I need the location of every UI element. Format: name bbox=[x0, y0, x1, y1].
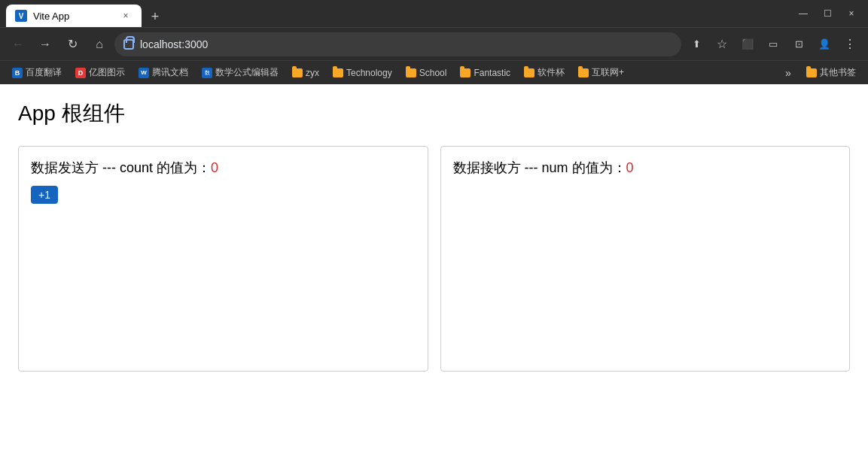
bookmark-baidu-label: 百度翻译 bbox=[26, 66, 62, 79]
bookmark-zyx[interactable]: zyx bbox=[286, 64, 325, 82]
other-bookmarks-label: 其他书签 bbox=[820, 66, 856, 79]
star-icon: ☆ bbox=[717, 37, 727, 51]
bookmark-internet-label: 互联网+ bbox=[592, 66, 624, 79]
bookmark-software-cup-label: 软件杯 bbox=[538, 66, 565, 79]
address-bar[interactable]: localhost:3000 bbox=[114, 32, 681, 56]
folder-fantastic-icon bbox=[460, 68, 471, 77]
bookmark-tencent-label: 腾讯文档 bbox=[152, 66, 188, 79]
bookmark-math-label: 数学公式编辑器 bbox=[215, 66, 279, 79]
folder-software-cup-icon bbox=[524, 68, 535, 77]
bookmark-baidu[interactable]: B 百度翻译 bbox=[6, 64, 68, 82]
bookmark-zyx-label: zyx bbox=[306, 68, 319, 78]
yitu-favicon: D bbox=[75, 68, 86, 78]
cast-icon: ▭ bbox=[769, 38, 778, 50]
bookmarks-overflow-button[interactable]: » bbox=[779, 64, 797, 82]
overflow-icon: » bbox=[785, 67, 791, 79]
tab-favicon: V bbox=[15, 10, 27, 22]
folder-internet-icon bbox=[578, 68, 589, 77]
bookmark-star-button[interactable]: ☆ bbox=[710, 32, 734, 56]
other-bookmarks-folder-icon bbox=[806, 68, 817, 77]
forward-icon: → bbox=[39, 38, 51, 51]
title-bar: V Vite App × + — ☐ × bbox=[0, 0, 868, 27]
back-icon: ← bbox=[12, 38, 24, 51]
increment-button[interactable]: +1 bbox=[31, 186, 58, 204]
bookmark-tencent[interactable]: W 腾讯文档 bbox=[132, 64, 194, 82]
bookmark-fantastic-label: Fantastic bbox=[474, 68, 510, 78]
tencent-favicon: W bbox=[139, 68, 149, 78]
receiver-panel: 数据接收方 --- num 的值为：0 bbox=[440, 146, 851, 372]
folder-technology-icon bbox=[333, 68, 343, 77]
browser-window: V Vite App × + — ☐ × ← → ↻ ⌂ localhos bbox=[0, 0, 868, 455]
bookmark-software-cup[interactable]: 软件杯 bbox=[518, 64, 571, 82]
receiver-panel-text: 数据接收方 --- num 的值为：0 bbox=[453, 159, 838, 177]
window-close-button[interactable]: × bbox=[841, 3, 862, 24]
back-button[interactable]: ← bbox=[6, 32, 30, 56]
lock-icon bbox=[123, 39, 134, 50]
bookmark-school[interactable]: School bbox=[400, 64, 453, 82]
tab-favicon-label: V bbox=[19, 12, 24, 20]
folder-school-icon bbox=[406, 68, 416, 77]
bookmark-technology-label: Technology bbox=[346, 68, 392, 78]
cast-button[interactable]: ▭ bbox=[761, 32, 785, 56]
tab-strip: V Vite App × + bbox=[6, 0, 787, 27]
share-button[interactable]: ⬆ bbox=[684, 32, 708, 56]
tab-close-button[interactable]: × bbox=[119, 9, 132, 23]
forward-button[interactable]: → bbox=[33, 32, 57, 56]
receiver-num-value: 0 bbox=[626, 160, 634, 175]
bookmark-yitu-label: 亿图图示 bbox=[89, 66, 125, 79]
baidu-favicon: B bbox=[12, 68, 23, 78]
bookmark-fantastic[interactable]: Fantastic bbox=[454, 64, 516, 82]
menu-icon: ⋮ bbox=[844, 37, 856, 51]
page-content: App 根组件 数据发送方 --- count 的值为：0 +1 数据接收方 -… bbox=[0, 84, 868, 455]
bookmark-math[interactable]: 数 数学公式编辑器 bbox=[196, 64, 285, 82]
bookmark-yitu[interactable]: D 亿图图示 bbox=[69, 64, 131, 82]
bookmarks-bar: B 百度翻译 D 亿图图示 W 腾讯文档 数 数学公式编辑器 zyx Techn… bbox=[0, 60, 868, 84]
math-favicon: 数 bbox=[202, 68, 212, 78]
split-icon: ⊡ bbox=[795, 38, 803, 50]
maximize-button[interactable]: ☐ bbox=[817, 3, 838, 24]
home-icon: ⌂ bbox=[96, 38, 103, 51]
panels-container: 数据发送方 --- count 的值为：0 +1 数据接收方 --- num 的… bbox=[18, 146, 850, 372]
tab-title: Vite App bbox=[33, 11, 113, 22]
sender-panel-text: 数据发送方 --- count 的值为：0 bbox=[31, 159, 416, 177]
menu-button[interactable]: ⋮ bbox=[838, 32, 862, 56]
extension-button[interactable]: ⬛ bbox=[736, 32, 760, 56]
sender-panel: 数据发送方 --- count 的值为：0 +1 bbox=[18, 146, 428, 372]
bookmark-school-label: School bbox=[419, 68, 447, 78]
share-icon: ⬆ bbox=[693, 38, 701, 50]
bookmark-internet[interactable]: 互联网+ bbox=[572, 64, 630, 82]
toolbar-right: ⬆ ☆ ⬛ ▭ ⊡ 👤 ⋮ bbox=[684, 32, 862, 56]
receiver-text-prefix: 数据接收方 --- num 的值为： bbox=[453, 160, 626, 175]
minimize-button[interactable]: — bbox=[793, 3, 814, 24]
title-bar-controls: — ☐ × bbox=[793, 3, 862, 24]
url-text: localhost:3000 bbox=[140, 38, 672, 50]
active-tab[interactable]: V Vite App × bbox=[6, 5, 142, 27]
profile-icon: 👤 bbox=[818, 38, 830, 50]
folder-zyx-icon bbox=[292, 68, 303, 77]
reload-icon: ↻ bbox=[68, 37, 78, 51]
profile-button[interactable]: 👤 bbox=[812, 32, 836, 56]
new-tab-button[interactable]: + bbox=[145, 6, 166, 27]
extension-icon: ⬛ bbox=[742, 38, 754, 50]
sender-text-prefix: 数据发送方 --- count 的值为： bbox=[31, 160, 211, 175]
other-bookmarks[interactable]: 其他书签 bbox=[800, 64, 862, 82]
page-title: App 根组件 bbox=[18, 99, 850, 128]
home-button[interactable]: ⌂ bbox=[87, 32, 111, 56]
toolbar: ← → ↻ ⌂ localhost:3000 ⬆ ☆ ⬛ ▭ bbox=[0, 27, 868, 60]
bookmarks-overflow: » 其他书签 bbox=[779, 64, 862, 82]
sender-count-value: 0 bbox=[211, 160, 218, 175]
split-button[interactable]: ⊡ bbox=[787, 32, 811, 56]
reload-button[interactable]: ↻ bbox=[60, 32, 84, 56]
bookmark-technology[interactable]: Technology bbox=[327, 64, 398, 82]
